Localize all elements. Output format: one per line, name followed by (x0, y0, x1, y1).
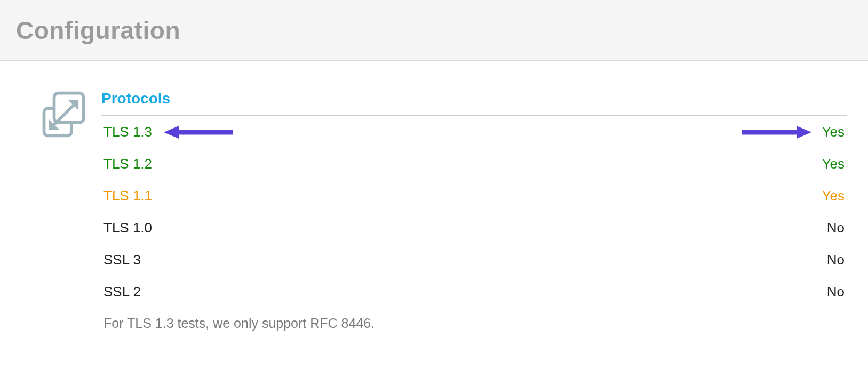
annotation-arrow-right-icon (742, 124, 811, 140)
protocol-name: TLS 1.2 (101, 148, 516, 180)
protocol-value: Yes (516, 180, 847, 212)
content-area: Protocols TLS 1.3 (0, 61, 868, 339)
protocol-name: TLS 1.3 (103, 124, 152, 140)
section-title: Protocols (101, 90, 847, 115)
table-row: TLS 1.0 No (101, 212, 847, 244)
protocol-value: No (516, 244, 847, 276)
section-icon-column (27, 90, 101, 339)
protocols-section: Protocols TLS 1.3 (101, 90, 868, 339)
protocol-value: Yes (516, 148, 847, 180)
table-row: SSL 3 No (101, 244, 847, 276)
table-row: TLS 1.1 Yes (101, 180, 847, 212)
page-header: Configuration (0, 0, 868, 61)
protocol-value: No (516, 212, 847, 244)
protocol-name: SSL 3 (101, 244, 516, 276)
protocols-table: TLS 1.3 (101, 116, 847, 308)
svg-marker-7 (797, 126, 811, 139)
section-footnote: For TLS 1.3 tests, we only support RFC 8… (101, 308, 847, 339)
table-row: TLS 1.2 Yes (101, 148, 847, 180)
protocol-name: SSL 2 (101, 276, 516, 308)
protocol-name: TLS 1.0 (101, 212, 516, 244)
svg-marker-5 (164, 126, 179, 139)
annotation-arrow-left-icon (164, 124, 233, 140)
protocol-name: TLS 1.1 (101, 180, 516, 212)
page-title: Configuration (16, 16, 852, 45)
table-row: TLS 1.3 (101, 116, 847, 148)
exchange-arrows-icon (39, 90, 90, 339)
protocol-value: Yes (822, 124, 845, 140)
protocol-value: No (516, 276, 847, 308)
table-row: SSL 2 No (101, 276, 847, 308)
